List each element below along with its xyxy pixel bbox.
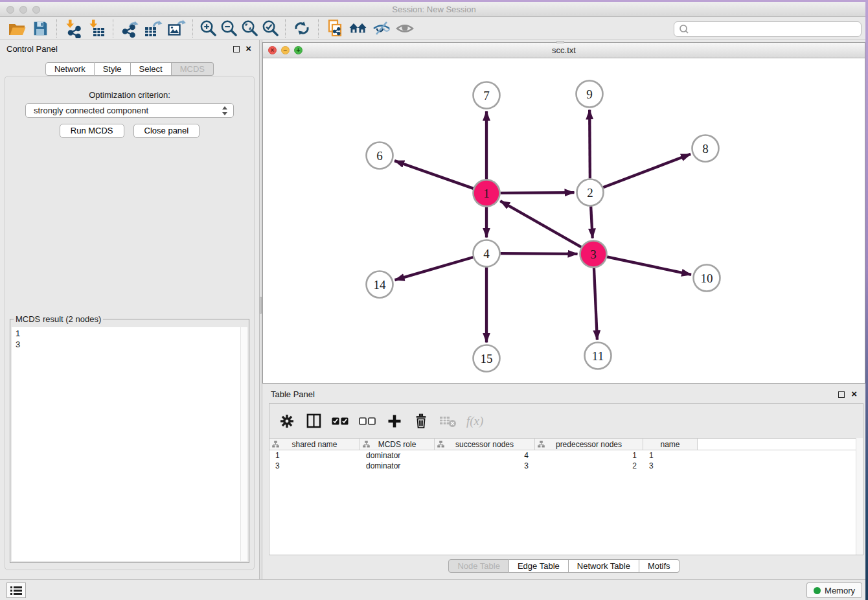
node-label: 9 xyxy=(586,87,593,101)
refresh-button[interactable] xyxy=(290,18,314,39)
node-label: 2 xyxy=(587,186,593,200)
export-network-button[interactable] xyxy=(118,18,141,39)
unselect-all-button[interactable] xyxy=(359,411,376,431)
tab-motifs[interactable]: Motifs xyxy=(639,559,680,573)
toolbar-separator xyxy=(192,19,193,38)
zoom-out-button[interactable] xyxy=(218,18,239,39)
float-panel-icon[interactable] xyxy=(233,46,240,52)
graph-node-3[interactable]: 3 xyxy=(580,241,607,268)
node-label: 7 xyxy=(483,89,490,102)
criterion-dropdown[interactable]: strongly connected component xyxy=(25,103,234,118)
node-label: 4 xyxy=(483,247,490,260)
houses-button[interactable] xyxy=(347,18,370,39)
float-panel-icon[interactable] xyxy=(838,391,845,398)
node-label: 10 xyxy=(701,271,713,285)
edge-3-11[interactable] xyxy=(594,268,597,340)
splitter-grip[interactable] xyxy=(260,297,262,314)
desktop-edge-top xyxy=(0,0,868,2)
edge-2-3[interactable] xyxy=(591,206,593,238)
export-network-icon xyxy=(120,19,139,38)
graph-node-8[interactable]: 8 xyxy=(692,135,719,162)
zoom-selected-button[interactable] xyxy=(260,18,280,39)
column-header-shared-name[interactable]: shared name xyxy=(269,439,360,450)
hide-details-icon xyxy=(372,19,391,38)
edge-3-10[interactable] xyxy=(607,257,691,274)
edge-1-6[interactable] xyxy=(394,161,474,189)
graph-node-10[interactable]: 10 xyxy=(694,265,720,292)
desktop-edge-right xyxy=(865,0,868,600)
window-title: Session: New Session xyxy=(0,5,868,14)
memory-button[interactable]: Memory xyxy=(806,583,862,598)
table-cell: 3 xyxy=(269,461,360,471)
table-row[interactable]: 3dominator323 xyxy=(269,461,856,471)
delete-column-button[interactable] xyxy=(413,411,429,431)
open-session-button[interactable] xyxy=(5,18,29,39)
table-panel-tabs: Node TableEdge TableNetwork TableMotifs xyxy=(262,559,865,573)
graph-node-4[interactable]: 4 xyxy=(474,240,500,267)
export-table-button[interactable] xyxy=(141,18,165,39)
add-column-button[interactable] xyxy=(386,411,403,431)
toolbar-separator xyxy=(113,19,113,38)
import-network-button[interactable] xyxy=(62,18,85,39)
edge-1-2[interactable] xyxy=(500,192,574,193)
save-session-button[interactable] xyxy=(29,18,52,39)
network-window-titlebar[interactable]: × − + scc.txt xyxy=(263,43,865,58)
edge-2-8[interactable] xyxy=(603,154,691,188)
hide-graphics-details-button[interactable] xyxy=(370,18,393,39)
search-input[interactable] xyxy=(690,23,861,36)
control-panel-header: Control Panel × xyxy=(0,40,259,58)
close-panel-icon[interactable]: × xyxy=(246,43,251,54)
run-mcds-button[interactable]: Run MCDS xyxy=(60,124,124,138)
close-panel-icon[interactable]: × xyxy=(851,389,857,399)
graph-node-6[interactable]: 6 xyxy=(367,143,393,169)
column-header-MCDS-role[interactable]: MCDS role xyxy=(360,439,435,450)
node-table[interactable]: shared nameMCDS rolesuccessor nodesprede… xyxy=(269,438,856,555)
result-scrollbar[interactable] xyxy=(240,327,247,561)
tab-network[interactable]: Network xyxy=(45,62,95,76)
zoom-fit-button[interactable] xyxy=(239,18,260,39)
graph-node-2[interactable]: 2 xyxy=(577,179,604,206)
tab-select[interactable]: Select xyxy=(131,62,172,76)
search-field[interactable] xyxy=(674,21,862,37)
task-history-button[interactable] xyxy=(6,583,26,598)
graph-node-9[interactable]: 9 xyxy=(577,81,603,108)
duplicate-network-button[interactable] xyxy=(323,18,347,39)
close-panel-button[interactable]: Close panel xyxy=(133,124,200,138)
table-settings-button[interactable] xyxy=(279,411,295,431)
edge-3-1[interactable] xyxy=(500,201,581,247)
zoom-in-button[interactable] xyxy=(198,18,218,39)
tab-network-table[interactable]: Network Table xyxy=(569,559,639,573)
memory-status-icon xyxy=(814,587,821,594)
column-header-successor-nodes[interactable]: successor nodes xyxy=(435,439,535,450)
import-table-button[interactable] xyxy=(85,18,108,39)
import-network-icon xyxy=(63,19,83,38)
mcds-result-text[interactable]: 13 xyxy=(12,327,240,561)
result-line: 1 xyxy=(16,328,236,339)
table-row[interactable]: 1dominator411 xyxy=(269,450,856,461)
graph-node-1[interactable]: 1 xyxy=(474,180,500,207)
table-cell: 3 xyxy=(643,461,698,471)
graph-node-11[interactable]: 11 xyxy=(585,343,611,369)
edge-4-14[interactable] xyxy=(395,257,474,280)
tab-mcds[interactable]: MCDS xyxy=(172,62,214,76)
network-canvas[interactable]: 7968124314101511 xyxy=(263,58,865,383)
graph-node-14[interactable]: 14 xyxy=(367,271,393,298)
show-graphics-details-button[interactable] xyxy=(393,18,417,39)
toggle-panes-button[interactable] xyxy=(305,411,322,431)
column-label: predecessor nodes xyxy=(556,440,622,449)
table-scrollbar[interactable] xyxy=(856,438,863,555)
horizontal-splitter-grip[interactable] xyxy=(556,41,564,43)
export-image-button[interactable] xyxy=(165,18,188,39)
column-header-name[interactable]: name xyxy=(643,439,698,450)
column-header-predecessor-nodes[interactable]: predecessor nodes xyxy=(535,439,643,450)
edge-2-9[interactable] xyxy=(589,110,590,178)
tab-node-table[interactable]: Node Table xyxy=(448,559,509,573)
tab-edge-table[interactable]: Edge Table xyxy=(509,559,569,573)
graph-node-15[interactable]: 15 xyxy=(474,345,500,372)
graph-node-7[interactable]: 7 xyxy=(474,82,500,109)
criterion-value: strongly connected component xyxy=(34,106,148,115)
tab-style[interactable]: Style xyxy=(95,62,131,76)
node-label: 6 xyxy=(376,149,383,163)
select-all-button[interactable] xyxy=(332,411,349,431)
edge-4-3[interactable] xyxy=(500,253,577,254)
